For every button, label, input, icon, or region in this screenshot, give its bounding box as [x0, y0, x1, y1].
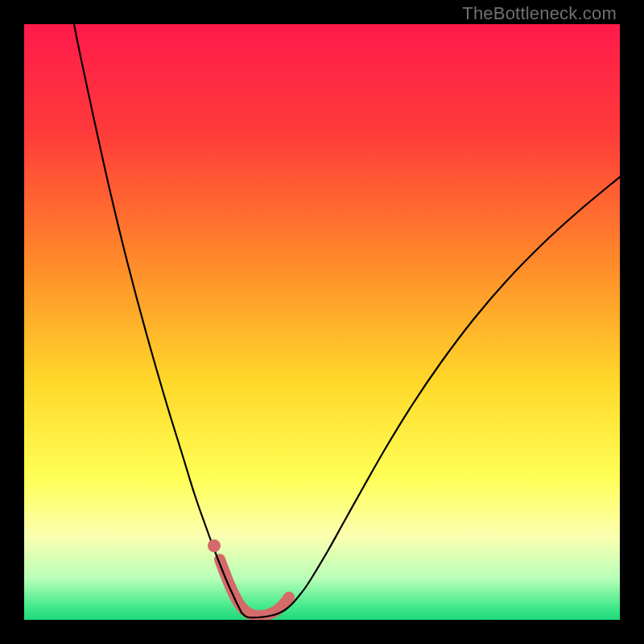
- plot-area: [24, 24, 620, 620]
- watermark-text: TheBottleneck.com: [462, 3, 617, 24]
- bottleneck-chart: [24, 24, 620, 620]
- chart-frame: TheBottleneck.com: [0, 0, 644, 644]
- chart-background: [24, 24, 620, 620]
- highlight-dot: [208, 539, 221, 552]
